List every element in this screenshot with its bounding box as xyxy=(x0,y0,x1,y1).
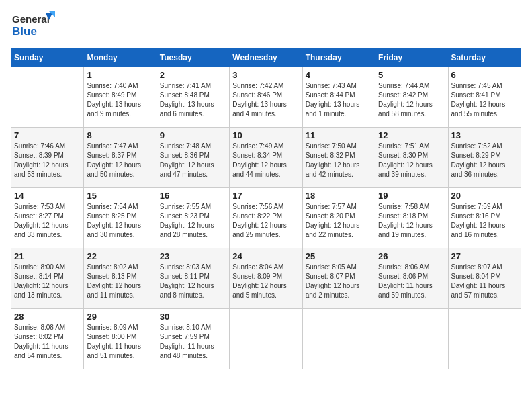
day-number: 18 xyxy=(306,191,372,201)
day-info: Sunrise: 7:42 AMSunset: 8:46 PMDaylight:… xyxy=(232,81,299,119)
calendar-cell: 10Sunrise: 7:49 AMSunset: 8:34 PMDayligh… xyxy=(230,128,302,188)
calendar-cell: 26Sunrise: 8:06 AMSunset: 8:06 PMDayligh… xyxy=(375,248,448,309)
day-info: Sunrise: 7:41 AMSunset: 8:48 PMDaylight:… xyxy=(160,81,226,119)
calendar-cell xyxy=(230,309,302,369)
calendar-cell: 24Sunrise: 8:04 AMSunset: 8:09 PMDayligh… xyxy=(230,248,302,309)
header-cell-sunday: Sunday xyxy=(11,49,84,67)
calendar-cell: 19Sunrise: 7:58 AMSunset: 8:18 PMDayligh… xyxy=(375,188,448,248)
calendar-week-2: 14Sunrise: 7:53 AMSunset: 8:27 PMDayligh… xyxy=(11,188,521,248)
calendar-cell xyxy=(448,309,521,369)
day-number: 22 xyxy=(87,251,153,261)
day-number: 25 xyxy=(306,251,372,261)
calendar-cell: 22Sunrise: 8:02 AMSunset: 8:13 PMDayligh… xyxy=(84,248,157,309)
day-number: 13 xyxy=(451,130,518,140)
calendar-body: 1Sunrise: 7:40 AMSunset: 8:49 PMDaylight… xyxy=(11,67,521,369)
calendar-cell: 15Sunrise: 7:54 AMSunset: 8:25 PMDayligh… xyxy=(84,188,157,248)
day-number: 4 xyxy=(306,70,372,80)
calendar-cell: 4Sunrise: 7:43 AMSunset: 8:44 PMDaylight… xyxy=(302,67,375,128)
calendar-cell: 2Sunrise: 7:41 AMSunset: 8:48 PMDaylight… xyxy=(157,67,229,128)
calendar-header: SundayMondayTuesdayWednesdayThursdayFrid… xyxy=(11,49,521,67)
day-info: Sunrise: 8:08 AMSunset: 8:02 PMDaylight:… xyxy=(14,323,81,361)
calendar-cell: 8Sunrise: 7:47 AMSunset: 8:37 PMDaylight… xyxy=(84,128,157,188)
svg-text:General: General xyxy=(12,13,50,25)
day-info: Sunrise: 8:09 AMSunset: 8:00 PMDaylight:… xyxy=(87,323,153,361)
calendar-cell: 7Sunrise: 7:46 AMSunset: 8:39 PMDaylight… xyxy=(11,128,84,188)
calendar-cell: 25Sunrise: 8:05 AMSunset: 8:07 PMDayligh… xyxy=(302,248,375,309)
day-info: Sunrise: 7:43 AMSunset: 8:44 PMDaylight:… xyxy=(306,81,372,119)
day-info: Sunrise: 8:03 AMSunset: 8:11 PMDaylight:… xyxy=(160,263,226,300)
day-info: Sunrise: 7:49 AMSunset: 8:34 PMDaylight:… xyxy=(232,142,299,179)
calendar-cell: 23Sunrise: 8:03 AMSunset: 8:11 PMDayligh… xyxy=(157,248,229,309)
day-info: Sunrise: 8:06 AMSunset: 8:06 PMDaylight:… xyxy=(378,263,445,300)
calendar-week-1: 7Sunrise: 7:46 AMSunset: 8:39 PMDaylight… xyxy=(11,128,521,188)
day-number: 21 xyxy=(14,251,81,261)
page-header: GeneralBlue xyxy=(11,11,521,40)
day-info: Sunrise: 8:10 AMSunset: 7:59 PMDaylight:… xyxy=(160,323,226,361)
day-number: 26 xyxy=(378,251,445,261)
header-cell-friday: Friday xyxy=(375,49,448,67)
day-info: Sunrise: 7:56 AMSunset: 8:22 PMDaylight:… xyxy=(232,202,299,240)
calendar-cell: 5Sunrise: 7:44 AMSunset: 8:42 PMDaylight… xyxy=(375,67,448,128)
day-info: Sunrise: 7:40 AMSunset: 8:49 PMDaylight:… xyxy=(87,81,153,119)
logo: GeneralBlue xyxy=(11,11,58,40)
day-number: 8 xyxy=(87,130,153,140)
day-number: 14 xyxy=(14,191,81,201)
day-info: Sunrise: 7:47 AMSunset: 8:37 PMDaylight:… xyxy=(87,142,153,179)
day-info: Sunrise: 7:44 AMSunset: 8:42 PMDaylight:… xyxy=(378,81,445,119)
day-number: 23 xyxy=(160,251,226,261)
day-number: 19 xyxy=(378,191,445,201)
day-info: Sunrise: 7:53 AMSunset: 8:27 PMDaylight:… xyxy=(14,202,81,240)
calendar-cell: 14Sunrise: 7:53 AMSunset: 8:27 PMDayligh… xyxy=(11,188,84,248)
day-info: Sunrise: 7:59 AMSunset: 8:16 PMDaylight:… xyxy=(451,202,518,240)
day-info: Sunrise: 7:48 AMSunset: 8:36 PMDaylight:… xyxy=(160,142,226,179)
calendar-cell: 3Sunrise: 7:42 AMSunset: 8:46 PMDaylight… xyxy=(230,67,302,128)
day-number: 1 xyxy=(87,70,153,80)
calendar-week-3: 21Sunrise: 8:00 AMSunset: 8:14 PMDayligh… xyxy=(11,248,521,309)
day-number: 11 xyxy=(306,130,372,140)
calendar-week-0: 1Sunrise: 7:40 AMSunset: 8:49 PMDaylight… xyxy=(11,67,521,128)
calendar-cell: 1Sunrise: 7:40 AMSunset: 8:49 PMDaylight… xyxy=(84,67,157,128)
day-number: 6 xyxy=(451,70,518,80)
day-info: Sunrise: 8:00 AMSunset: 8:14 PMDaylight:… xyxy=(14,263,81,300)
day-number: 10 xyxy=(232,130,299,140)
header-cell-wednesday: Wednesday xyxy=(230,49,302,67)
header-cell-monday: Monday xyxy=(84,49,157,67)
day-number: 17 xyxy=(232,191,299,201)
calendar-cell: 11Sunrise: 7:50 AMSunset: 8:32 PMDayligh… xyxy=(302,128,375,188)
calendar-cell: 12Sunrise: 7:51 AMSunset: 8:30 PMDayligh… xyxy=(375,128,448,188)
header-cell-saturday: Saturday xyxy=(448,49,521,67)
day-number: 5 xyxy=(378,70,445,80)
day-info: Sunrise: 8:04 AMSunset: 8:09 PMDaylight:… xyxy=(232,263,299,300)
calendar-cell: 6Sunrise: 7:45 AMSunset: 8:41 PMDaylight… xyxy=(448,67,521,128)
day-number: 2 xyxy=(160,70,226,80)
day-info: Sunrise: 8:07 AMSunset: 8:04 PMDaylight:… xyxy=(451,263,518,300)
day-number: 29 xyxy=(87,312,153,322)
logo-svg: GeneralBlue xyxy=(11,11,58,40)
calendar-cell: 13Sunrise: 7:52 AMSunset: 8:29 PMDayligh… xyxy=(448,128,521,188)
day-info: Sunrise: 7:57 AMSunset: 8:20 PMDaylight:… xyxy=(306,202,372,240)
calendar-cell: 16Sunrise: 7:55 AMSunset: 8:23 PMDayligh… xyxy=(157,188,229,248)
header-cell-thursday: Thursday xyxy=(302,49,375,67)
day-number: 27 xyxy=(451,251,518,261)
day-info: Sunrise: 7:50 AMSunset: 8:32 PMDaylight:… xyxy=(306,142,372,179)
calendar-cell: 9Sunrise: 7:48 AMSunset: 8:36 PMDaylight… xyxy=(157,128,229,188)
calendar-cell: 27Sunrise: 8:07 AMSunset: 8:04 PMDayligh… xyxy=(448,248,521,309)
day-number: 9 xyxy=(160,130,226,140)
day-number: 7 xyxy=(14,130,81,140)
day-info: Sunrise: 7:46 AMSunset: 8:39 PMDaylight:… xyxy=(14,142,81,179)
day-number: 24 xyxy=(232,251,299,261)
calendar-week-4: 28Sunrise: 8:08 AMSunset: 8:02 PMDayligh… xyxy=(11,309,521,369)
svg-text:Blue: Blue xyxy=(12,25,37,38)
day-info: Sunrise: 7:51 AMSunset: 8:30 PMDaylight:… xyxy=(378,142,445,179)
day-number: 15 xyxy=(87,191,153,201)
calendar-cell: 18Sunrise: 7:57 AMSunset: 8:20 PMDayligh… xyxy=(302,188,375,248)
day-info: Sunrise: 8:05 AMSunset: 8:07 PMDaylight:… xyxy=(306,263,372,300)
day-number: 28 xyxy=(14,312,81,322)
day-number: 3 xyxy=(232,70,299,80)
day-number: 20 xyxy=(451,191,518,201)
calendar-cell: 17Sunrise: 7:56 AMSunset: 8:22 PMDayligh… xyxy=(230,188,302,248)
day-info: Sunrise: 7:45 AMSunset: 8:41 PMDaylight:… xyxy=(451,81,518,119)
calendar-cell: 28Sunrise: 8:08 AMSunset: 8:02 PMDayligh… xyxy=(11,309,84,369)
day-info: Sunrise: 7:55 AMSunset: 8:23 PMDaylight:… xyxy=(160,202,226,240)
day-info: Sunrise: 8:02 AMSunset: 8:13 PMDaylight:… xyxy=(87,263,153,300)
